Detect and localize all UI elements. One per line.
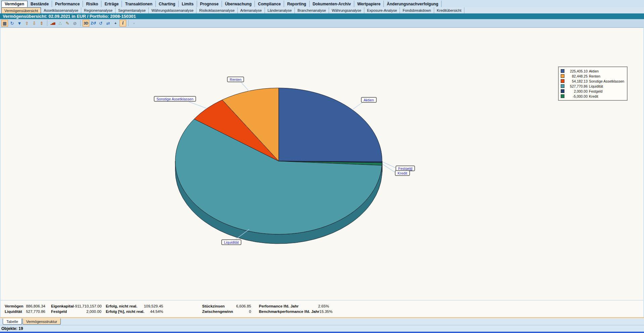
menu-item-risiko[interactable]: Risiko [83, 1, 101, 7]
view-title-bar: Vermögensübersicht: 02.09.2021 in EUR / … [0, 13, 644, 19]
legend-row-festgeld: 2,000.00Festgeld [561, 89, 624, 94]
menu-item-bestände[interactable]: Bestände [28, 1, 52, 7]
sort-descending-icon[interactable]: ⇩ [31, 20, 38, 27]
summary-group: Eigenkapital-911,710,157.00Festgeld2,000… [51, 300, 101, 318]
info-icon[interactable]: i [120, 20, 126, 27]
slice-label-renten[interactable]: Renten [227, 77, 244, 82]
chart-area: 225,405.10Aktien82,448.25Renten54,182.13… [1, 28, 643, 300]
summary-value: 2,000.00 [86, 310, 101, 314]
tab-risikoklassenanalyse[interactable]: Risikoklassenanalyse [196, 7, 237, 13]
legend-label: Renten [589, 74, 600, 78]
summary-value: 527,770.86 [26, 310, 45, 314]
callout-line-renten [241, 82, 249, 91]
scatter-chart-icon[interactable]: ∴ [57, 20, 63, 27]
legend-swatch-aktien [561, 69, 564, 73]
menu-item-limits[interactable]: Limits [179, 1, 197, 7]
slice-label-aktien[interactable]: Aktien [361, 97, 377, 103]
summary-label: Performance lfd. Jahr [259, 304, 298, 308]
menu-item-überwachung[interactable]: Überwachung [222, 1, 255, 7]
3d-toggle-icon[interactable]: 3D [83, 20, 89, 27]
tab-regionenanalyse[interactable]: Regionenanalyse [81, 7, 116, 13]
summary-row-performance-lfd-jahr: Performance lfd. Jahr2.65% [259, 303, 329, 309]
legend-label: Aktien [589, 69, 599, 73]
tab-segmentanalyse[interactable]: Segmentanalyse [116, 7, 149, 13]
object-count: Objekte: 19 [1, 326, 23, 331]
slice-label-liquidität[interactable]: Liquidität [221, 239, 241, 245]
slice-label-kredit[interactable]: Kredit [395, 170, 410, 176]
flip-icon[interactable]: ⇄ [105, 20, 111, 27]
tab-kreditübersicht[interactable]: Kreditübersicht [434, 7, 464, 13]
summary-row-eigenkapital: Eigenkapital-911,710,157.00 [51, 303, 101, 309]
legend-swatch-sonstige-assetklassen [561, 79, 564, 83]
legend-label: Sonstige Assetklassen [589, 79, 624, 83]
summary-row-stückzinsen: Stückzinsen6,606.85 [202, 303, 251, 309]
bottom-tab-vermögensstruktur[interactable]: Vermögensstruktur [22, 319, 61, 325]
legend-swatch-renten [561, 74, 564, 78]
tab-artenanalyse[interactable]: Artenanalyse [238, 7, 265, 13]
menu-item-transaktionen[interactable]: Transaktionen [122, 1, 155, 7]
summary-group: Erfolg, nicht real.109,529.45Erfolg [%],… [106, 300, 163, 318]
tab-exposure-analyse[interactable]: Exposure-Analyse [364, 7, 400, 13]
menu-item-dokumenten-archiv[interactable]: Dokumenten-Archiv [310, 1, 354, 7]
callout-line-sonstige-assetklassen [189, 102, 207, 108]
toolbar-separator [128, 20, 129, 26]
callout-line-festgeld [382, 162, 396, 168]
main-menu-bar: VermögenBeständePerformanceRisikoErträge… [0, 0, 644, 7]
summary-group: Performance lfd. Jahr2.65%Benchmarkperfo… [259, 300, 329, 318]
menu-item-charting[interactable]: Charting [156, 1, 179, 7]
legend-value: -5,000.00 [567, 94, 588, 98]
menu-item-änderungsnachverfolgung[interactable]: Änderungsnachverfolgung [384, 1, 442, 7]
menu-item-wertpapiere[interactable]: Wertpapiere [354, 1, 384, 7]
summary-value: 886,806.34 [26, 304, 45, 308]
delete-icon[interactable]: ⊘ [72, 20, 78, 27]
legend-row-renten: 82,448.25Renten [561, 74, 624, 79]
tab-assetklassenanalyse[interactable]: Assetklassenanalyse [41, 7, 81, 13]
portfolio-summary-panel: Vermögen886,806.34Liquidität527,770.86Ei… [1, 300, 643, 317]
bar-chart-icon[interactable]: ▂▅▇ [49, 20, 56, 27]
tab-branchenanalyse[interactable]: Branchenanalyse [295, 7, 329, 13]
sort-settings-icon[interactable]: ⇕ [38, 20, 45, 27]
legend-value: 54,182.13 [567, 79, 588, 83]
legend-value: 225,405.10 [567, 69, 588, 73]
tab-währungsanalyse[interactable]: Währungsanalyse [329, 7, 364, 13]
callout-line-kredit [382, 164, 395, 172]
sort-ascending-icon[interactable]: ⇧ [24, 20, 30, 27]
filter-icon[interactable]: ▼ [16, 20, 23, 27]
refresh-icon[interactable]: ↻ [9, 20, 15, 27]
summary-value: -911,710,157.00 [74, 304, 102, 308]
menu-item-compliance[interactable]: Compliance [255, 1, 284, 7]
menu-item-performance[interactable]: Performance [52, 1, 83, 7]
bottom-tab-tabelle[interactable]: Tabelle [3, 319, 22, 325]
tab-länderanalyse[interactable]: Länderanalyse [265, 7, 295, 13]
tab-währungsklassenanalyse[interactable]: Währungsklassenanalyse [149, 7, 196, 13]
summary-row-erfolg-nicht-real-: Erfolg, nicht real.109,529.45 [106, 303, 163, 309]
placeholder-icon: ▪ [131, 20, 137, 27]
legend-value: 527,770.86 [567, 84, 588, 88]
summary-value: 15.35% [319, 310, 332, 314]
rotate-z-icon[interactable]: Z↺ [90, 20, 97, 27]
summary-row-vermögen: Vermögen886,806.34 [5, 303, 45, 309]
legend-swatch-festgeld [561, 89, 564, 93]
tab-fondsbreakdown[interactable]: Fondsbreakdown [400, 7, 434, 13]
rotate-icon[interactable]: ↺ [97, 20, 104, 27]
status-bar: Objekte: 19 [0, 325, 644, 332]
tab-vermögensübersicht[interactable]: Vermögensübersicht [1, 7, 41, 13]
crosshair-icon[interactable]: + [112, 20, 119, 27]
chart-legend: 225,405.10Aktien82,448.25Renten54,182.13… [558, 66, 628, 101]
legend-swatch-liquidität [561, 84, 564, 88]
callout-line-aktien [352, 103, 362, 110]
edit-report-icon[interactable]: ✎ [64, 20, 71, 27]
summary-value: 109,529.45 [144, 304, 163, 308]
chart-view-icon[interactable]: ▦ [1, 20, 8, 27]
summary-value: 6,606.85 [236, 304, 251, 308]
legend-row-aktien: 225,405.10Aktien [561, 68, 624, 74]
summary-value: 44.54% [150, 310, 163, 314]
menu-item-vermögen[interactable]: Vermögen [1, 1, 28, 7]
summary-group: Vermögen886,806.34Liquidität527,770.86 [5, 300, 45, 318]
pie-chart [1, 28, 643, 300]
menu-item-prognose[interactable]: Prognose [197, 1, 222, 7]
slice-label-sonstige-assetklassen[interactable]: Sonstige Assetklassen [154, 96, 196, 102]
summary-label: Vermögen [5, 304, 24, 308]
menu-item-reporting[interactable]: Reporting [284, 1, 310, 7]
menu-item-erträge[interactable]: Erträge [101, 1, 122, 7]
